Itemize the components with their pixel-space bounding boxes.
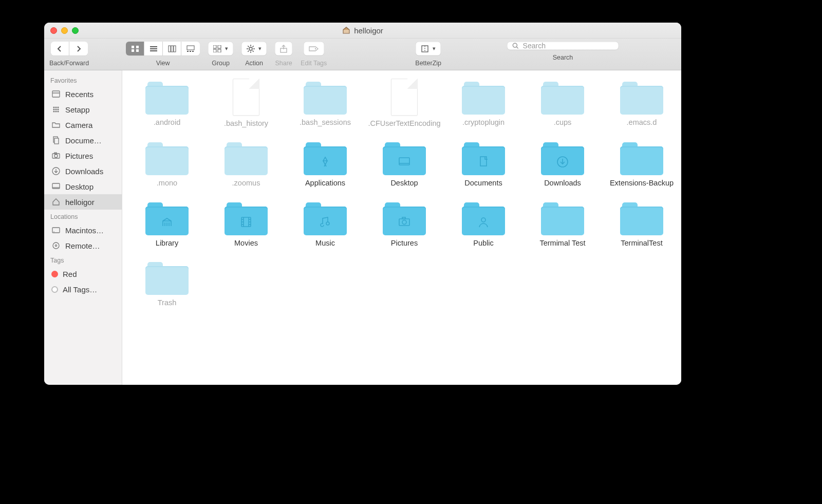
svg-rect-9 [174, 46, 176, 52]
view-gallery-button[interactable] [181, 42, 200, 55]
sidebar-item-helloigor[interactable]: helloigor [44, 194, 122, 210]
folder-glyph-icon [541, 209, 584, 235]
toolbar: Back/Forward [44, 39, 681, 70]
view-group: View [126, 42, 200, 67]
file-item[interactable]: Applications [290, 139, 361, 188]
file-item[interactable]: .android [132, 79, 202, 127]
gallery-icon [186, 45, 195, 52]
file-item[interactable]: .cryptoplugin [448, 79, 519, 127]
svg-point-40 [57, 108, 59, 110]
view-list-button[interactable] [144, 42, 163, 55]
forward-button[interactable] [69, 42, 88, 55]
sidebar-item-recents[interactable]: Recents [44, 86, 122, 102]
svg-rect-33 [52, 91, 60, 97]
sidebar-tag-red[interactable]: Red [44, 266, 122, 282]
window-close-button[interactable] [50, 27, 57, 34]
view-icon-button[interactable] [126, 42, 144, 55]
folder-icon [225, 142, 268, 175]
file-item[interactable]: Documents [448, 139, 519, 188]
folder-icon [541, 142, 584, 175]
sidebar-item-label: Desktop [65, 182, 94, 191]
window-zoom-button[interactable] [72, 27, 79, 34]
group-group: ▾ Group [208, 42, 233, 67]
finder-window: helloigor Back/Forward [44, 23, 681, 385]
file-item[interactable]: Extensions-Backup [606, 139, 677, 188]
file-item[interactable]: Pictures [369, 199, 440, 248]
documents-icon [51, 136, 61, 145]
svg-line-23 [248, 46, 249, 47]
sidebar-tag-all[interactable]: All Tags… [44, 282, 122, 297]
downloads-icon [51, 166, 61, 176]
tag-icon [309, 45, 319, 52]
file-item-name: .cups [554, 118, 572, 127]
view-columns-button[interactable] [163, 42, 181, 55]
share-group: Share [275, 42, 292, 67]
sidebar-item-label: Macintos… [65, 226, 104, 235]
folder-glyph-icon [304, 209, 347, 235]
file-item[interactable]: .cups [527, 79, 598, 127]
folder-glyph-icon [145, 148, 189, 175]
chevron-down-icon: ▾ [225, 45, 228, 52]
file-item[interactable]: .bash_history [211, 79, 282, 128]
sidebar-item-label: Red [63, 270, 77, 278]
svg-rect-16 [213, 49, 216, 52]
file-item-name: Trash [158, 298, 177, 307]
desktop-icon [51, 182, 61, 191]
folder-icon [145, 82, 189, 115]
sidebar-item-setapp[interactable]: Setapp [44, 102, 122, 117]
svg-rect-2 [132, 49, 134, 52]
file-item[interactable]: Public [448, 199, 519, 248]
sidebar-item-downloads[interactable]: Downloads [44, 163, 122, 179]
sidebar-item-documents[interactable]: Docume… [44, 133, 122, 148]
action-button[interactable]: ▾ [241, 42, 267, 55]
file-item-name: Movies [234, 239, 258, 248]
titlebar: helloigor [44, 23, 681, 39]
file-item[interactable]: Desktop [369, 139, 440, 188]
file-icon [230, 79, 263, 116]
file-item-name: Termimal Test [539, 239, 585, 248]
folder-icon [620, 142, 663, 175]
svg-rect-58 [480, 157, 487, 166]
svg-rect-4 [150, 46, 157, 47]
svg-rect-5 [150, 48, 157, 49]
icon-grid: .android.bash_history .bash_sessions.CFU… [132, 79, 672, 308]
group-grid-icon [213, 45, 221, 52]
file-item-name: Pictures [391, 239, 418, 248]
file-item[interactable]: .bash_sessions [290, 79, 361, 127]
file-item-name: Library [156, 239, 178, 248]
file-item[interactable]: Trash [132, 259, 202, 307]
file-item[interactable]: Downloads [527, 139, 598, 188]
sidebar-item-pictures[interactable]: Pictures [44, 148, 122, 163]
sidebar-item-label: Setapp [65, 105, 90, 114]
window-minimize-button[interactable] [61, 27, 68, 34]
search-input[interactable] [523, 42, 613, 50]
share-button[interactable] [275, 42, 292, 55]
nav-label: Back/Forward [49, 60, 89, 67]
file-item[interactable]: .CFUserTextEncoding [369, 79, 440, 128]
back-forward-segment [51, 42, 88, 55]
search-field[interactable] [507, 42, 619, 50]
file-item[interactable]: .zoomus [211, 139, 282, 188]
disk-icon [51, 226, 61, 235]
edit-tags-button[interactable] [304, 42, 324, 55]
file-item[interactable]: Termimal Test [527, 199, 598, 248]
back-button[interactable] [51, 42, 69, 55]
sidebar-item-macintosh-hd[interactable]: Macintos… [44, 222, 122, 238]
file-item[interactable]: TerminalTest [606, 199, 677, 248]
sidebar-item-remote-disc[interactable]: Remote… [44, 238, 122, 253]
zip-icon [421, 45, 429, 53]
file-item-name: .android [154, 118, 180, 127]
folder-glyph-icon [145, 209, 189, 235]
svg-rect-11 [187, 51, 189, 52]
file-item[interactable]: .emacs.d [606, 79, 677, 127]
group-button[interactable]: ▾ [208, 42, 233, 55]
file-item-name: Extensions-Backup [610, 179, 674, 188]
file-item[interactable]: Library [132, 199, 202, 248]
sidebar-item-desktop[interactable]: Desktop [44, 179, 122, 194]
disc-icon [51, 241, 61, 250]
betterzip-button[interactable]: ▾ [416, 42, 441, 55]
file-item[interactable]: .mono [132, 139, 202, 188]
file-item[interactable]: Music [290, 199, 361, 248]
file-item[interactable]: Movies [211, 199, 282, 248]
sidebar-item-camera[interactable]: Camera [44, 117, 122, 133]
